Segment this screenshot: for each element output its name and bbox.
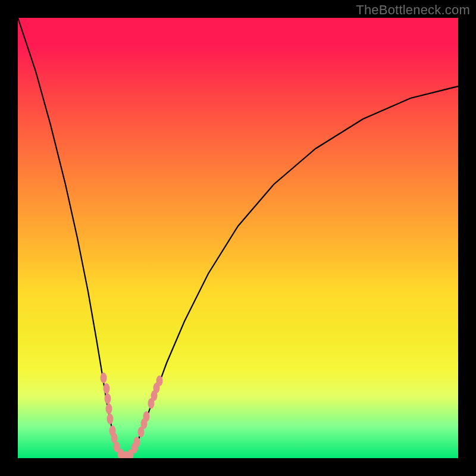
- curve-svg: [18, 18, 458, 458]
- plot-area: [18, 18, 458, 458]
- highlight-dot: [156, 375, 163, 386]
- highlight-dot: [106, 403, 112, 414]
- highlight-dots-left: [101, 372, 134, 458]
- highlight-dot: [105, 393, 111, 404]
- highlight-dot: [134, 437, 140, 447]
- chart-frame: TheBottleneck.com: [0, 0, 476, 476]
- watermark-text: TheBottleneck.com: [356, 2, 470, 18]
- highlight-dot: [104, 383, 110, 394]
- highlight-dot: [107, 414, 114, 424]
- highlight-dots-right: [131, 375, 163, 453]
- highlight-dot: [101, 372, 107, 383]
- bottleneck-curve: [18, 18, 458, 458]
- highlight-dot: [143, 411, 150, 422]
